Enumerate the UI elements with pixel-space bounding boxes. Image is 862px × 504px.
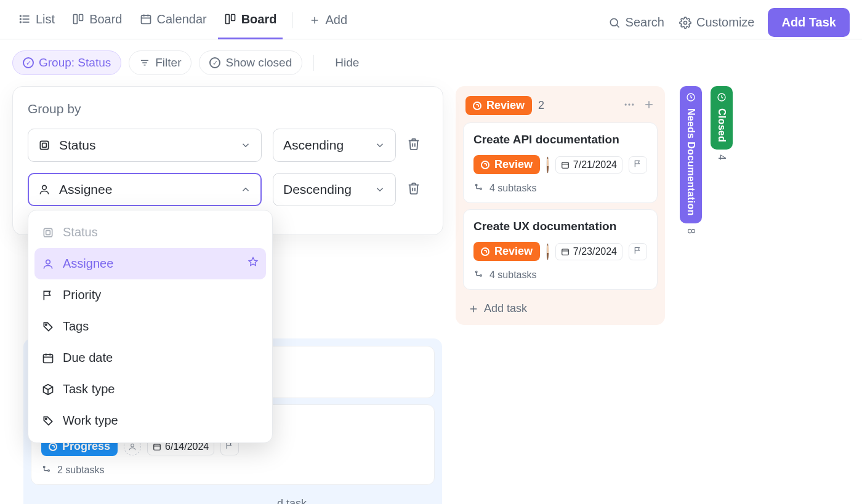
- view-tab-label: Board: [89, 12, 122, 26]
- chevron-down-icon: [240, 140, 251, 151]
- delete-group-button[interactable]: [407, 137, 421, 153]
- svg-rect-39: [44, 354, 53, 362]
- task-card[interactable]: Create API documentation Review 7/21/202…: [463, 122, 658, 203]
- svg-point-57: [480, 274, 482, 276]
- subtasks-row[interactable]: 4 subtasks: [473, 270, 647, 281]
- collapsed-columns: Needs Documentation 8 Closed 4: [680, 86, 733, 234]
- add-task-row[interactable]: d task: [31, 491, 435, 504]
- svg-rect-8: [141, 15, 150, 23]
- view-tab-label: List: [36, 12, 55, 26]
- dropdown-option-task-type[interactable]: Task type: [34, 374, 266, 405]
- flag-icon: [42, 289, 54, 302]
- add-task-label: Add task: [484, 302, 527, 315]
- calendar-icon: [561, 247, 570, 256]
- flag-icon: [634, 159, 642, 168]
- groupby-field-select[interactable]: Status: [28, 129, 262, 162]
- svg-point-44: [45, 418, 47, 420]
- plus-icon: [643, 98, 655, 111]
- group-pill[interactable]: Group: Status: [12, 50, 121, 75]
- svg-point-53: [480, 188, 482, 190]
- trash-icon: [407, 137, 421, 151]
- select-value: Descending: [283, 182, 352, 197]
- search-label: Search: [626, 15, 664, 30]
- more-icon: [623, 98, 635, 111]
- svg-line-17: [616, 25, 619, 27]
- add-view-button[interactable]: Add: [303, 7, 353, 38]
- chevron-up-icon: [240, 184, 251, 195]
- assignee-avatar[interactable]: [546, 156, 549, 174]
- groupby-row: Assignee Descending: [28, 173, 428, 206]
- svg-point-27: [131, 444, 134, 447]
- view-tab-calendar[interactable]: Calendar: [134, 6, 213, 39]
- collapsed-column-closed[interactable]: Closed: [711, 86, 733, 150]
- collapsed-column-needs-doc[interactable]: Needs Documentation: [680, 86, 702, 223]
- check-circle-icon: [23, 57, 34, 68]
- dropdown-option-due-date[interactable]: Due date: [34, 342, 266, 374]
- groupby-field-select-active[interactable]: Assignee: [28, 173, 262, 206]
- svg-rect-28: [154, 444, 161, 449]
- calendar-icon: [153, 442, 161, 451]
- status-label: Review: [494, 158, 533, 171]
- subtask-icon: [41, 465, 51, 475]
- filter-pill-label: Filter: [155, 56, 181, 70]
- view-tab-board-1[interactable]: Board: [66, 6, 128, 39]
- gear-icon: [679, 17, 691, 29]
- add-task-row[interactable]: Add task: [463, 296, 658, 318]
- groupby-sort-select[interactable]: Ascending: [273, 129, 396, 162]
- status-label: Review: [494, 245, 533, 258]
- assignee-avatar[interactable]: [546, 243, 549, 260]
- dropdown-option-label: Assignee: [63, 257, 113, 271]
- groupby-sort-select[interactable]: Descending: [273, 173, 396, 206]
- svg-rect-6: [74, 15, 78, 24]
- subtasks-row[interactable]: 2 subtasks: [41, 465, 424, 476]
- column-add-button[interactable]: [643, 98, 655, 113]
- add-task-label: d task: [277, 497, 307, 504]
- board-icon: [72, 13, 84, 25]
- dropdown-option-work-type[interactable]: Work type: [34, 405, 266, 436]
- svg-rect-36: [46, 230, 50, 234]
- dropdown-option-status[interactable]: Status: [34, 217, 266, 248]
- view-tab-board-active[interactable]: Board: [218, 6, 283, 39]
- box-icon: [42, 383, 54, 396]
- dropdown-option-assignee[interactable]: Assignee: [34, 248, 266, 279]
- svg-point-4: [20, 18, 22, 20]
- status-icon: [38, 139, 50, 151]
- search-icon: [608, 17, 621, 29]
- subtasks-row[interactable]: 4 subtasks: [473, 183, 647, 194]
- separator: [292, 12, 293, 28]
- column-more-button[interactable]: [623, 98, 635, 113]
- priority-chip[interactable]: [629, 156, 647, 174]
- view-tabs: List Board Calendar Board Add: [12, 6, 353, 39]
- subtasks-text: 4 subtasks: [489, 270, 536, 281]
- filter-pill[interactable]: Filter: [129, 50, 191, 75]
- dropdown-option-label: Tags: [63, 319, 89, 334]
- collapsed-label: Closed: [716, 108, 727, 142]
- add-task-button[interactable]: Add Task: [768, 8, 850, 37]
- dropdown-option-tags[interactable]: Tags: [34, 311, 266, 342]
- status-badge-review[interactable]: Review: [465, 96, 532, 115]
- svg-point-5: [20, 22, 22, 23]
- show-closed-pill[interactable]: Show closed: [199, 50, 302, 75]
- dropdown-option-priority[interactable]: Priority: [34, 279, 266, 311]
- plus-icon: [309, 15, 320, 26]
- due-date-chip[interactable]: 7/21/2024: [555, 156, 622, 174]
- view-tab-list[interactable]: List: [12, 6, 61, 39]
- tag-icon: [42, 321, 54, 333]
- flag-icon: [634, 246, 642, 255]
- customize-button[interactable]: Customize: [672, 10, 762, 34]
- dropdown-option-label: Status: [63, 225, 98, 239]
- priority-chip[interactable]: [629, 243, 647, 260]
- delete-group-button[interactable]: [407, 182, 421, 198]
- separator: [313, 55, 314, 71]
- hide-button[interactable]: Hide: [325, 51, 369, 74]
- due-date-chip[interactable]: 7/23/2024: [555, 243, 622, 260]
- column-header: Review 2: [463, 94, 658, 122]
- due-date-text: 7/21/2024: [573, 159, 617, 170]
- search-button[interactable]: Search: [601, 10, 672, 34]
- subtask-icon: [473, 183, 483, 193]
- svg-rect-50: [562, 162, 569, 167]
- task-card[interactable]: Create UX documentation Review 7/23/2024…: [463, 209, 658, 290]
- svg-point-47: [632, 103, 634, 105]
- svg-rect-12: [225, 15, 229, 24]
- subtasks-text: 2 subtasks: [57, 465, 104, 476]
